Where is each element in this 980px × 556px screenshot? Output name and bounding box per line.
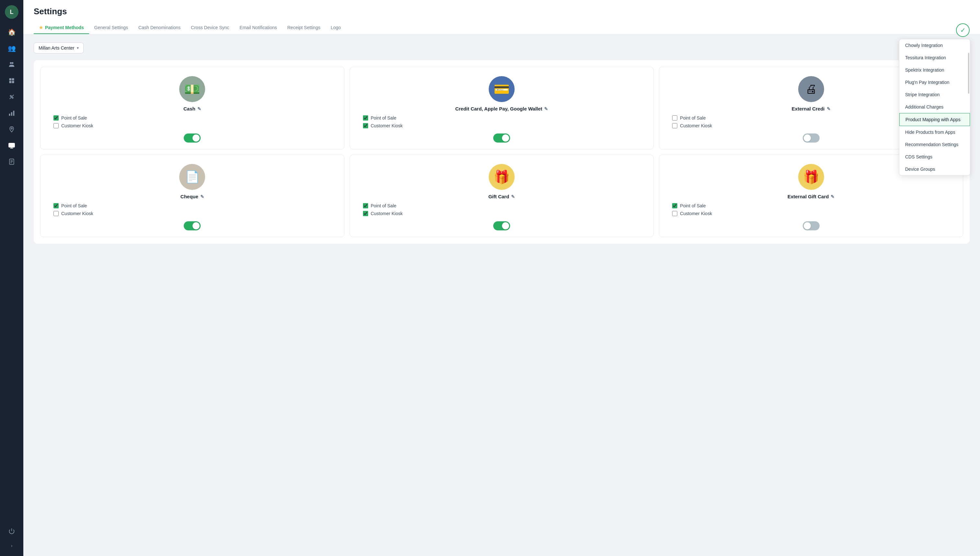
cheque-checkboxes: Point of Sale Customer Kiosk [47,203,338,216]
gift-card-edit-icon[interactable]: ✎ [511,194,515,199]
sidebar-item-users[interactable]: 👥 [5,42,18,55]
payment-card-gift-card: 🎁 Gift Card ✎ Point of Sale Customer Kio… [350,155,654,237]
tab-email-notifications[interactable]: Email Notifications [234,22,282,34]
cheque-toggle-wrap [184,221,201,230]
cash-toggle[interactable] [184,134,201,142]
avatar: L [5,5,18,19]
cheque-kiosk-checkbox-row[interactable]: Customer Kiosk [53,211,93,216]
credit-card-checkboxes: Point of Sale Customer Kiosk [356,115,647,128]
gift-card-pos-checkbox[interactable] [363,203,368,208]
tab-payment-methods[interactable]: ★ Payment Methods [34,22,89,34]
svg-rect-13 [9,143,15,147]
gift-card-toggle[interactable] [493,221,510,230]
payment-card-cheque: 📄 Cheque ✎ Point of Sale Customer Kiosk [40,155,344,237]
sidebar-item-discount[interactable] [5,90,18,104]
payment-grid: 💵 Cash ✎ Point of Sale Customer Kiosk [34,60,970,244]
dropdown-item-product-mapping[interactable]: Product Mapping with Apps [899,113,970,126]
gift-card-kiosk-checkbox-row[interactable]: Customer Kiosk [363,211,403,216]
cash-kiosk-checkbox[interactable] [53,123,59,128]
dropdown-item-plugn-pay[interactable]: Plug'n Pay Integration [899,76,970,89]
svg-rect-3 [12,78,14,81]
cash-pos-checkbox-row[interactable]: Point of Sale [53,115,87,121]
dropdown-item-device-groups[interactable]: Device Groups [899,163,970,175]
dropdown-item-recommendation-settings[interactable]: Recommendation Settings [899,138,970,151]
cash-pos-checkbox[interactable] [53,115,59,121]
credit-card-toggle-wrap [493,134,510,142]
dropdown-item-spektrix[interactable]: Spektrix Integration [899,64,970,76]
gift-card-checkboxes: Point of Sale Customer Kiosk [356,203,647,216]
external-gift-card-edit-icon[interactable]: ✎ [831,194,834,199]
external-credit-pos-checkbox[interactable] [672,115,677,121]
sidebar-item-location[interactable] [5,123,18,136]
cash-name: Cash ✎ [183,106,201,112]
gift-card-toggle-wrap [493,221,510,230]
external-gift-card-name: External Gift Card ✎ [788,194,835,199]
credit-card-icon: 💳 [489,76,514,102]
sidebar-item-team[interactable] [5,58,18,71]
sidebar-expand-button[interactable]: › [5,540,18,551]
dropdown-item-tessitura[interactable]: Tessitura Integration [899,52,970,64]
main-content: Settings ★ Payment Methods General Setti… [23,0,980,556]
cheque-pos-checkbox-row[interactable]: Point of Sale [53,203,87,208]
cheque-name: Cheque ✎ [181,194,204,199]
external-gift-card-pos-checkbox[interactable] [672,203,677,208]
svg-rect-9 [9,114,10,116]
circle-check-button[interactable]: ✓ [956,23,970,37]
credit-card-pos-checkbox[interactable] [363,115,368,121]
external-gift-card-toggle[interactable] [803,221,820,230]
cheque-kiosk-checkbox[interactable] [53,211,59,216]
svg-rect-2 [10,78,12,81]
svg-point-12 [11,128,12,129]
svg-rect-15 [10,148,13,149]
tab-cash-denominations[interactable]: Cash Denominations [133,22,186,34]
tabs-nav: ★ Payment Methods General Settings Cash … [34,22,970,34]
cheque-icon: 📄 [179,164,205,190]
tab-cross-device-sync[interactable]: Cross Device Sync [186,22,234,34]
external-credit-toggle-wrap [803,134,820,142]
payment-card-cash: 💵 Cash ✎ Point of Sale Customer Kiosk [40,67,344,149]
sidebar-item-home[interactable]: 🏠 [5,25,18,39]
gift-card-kiosk-checkbox[interactable] [363,211,368,216]
svg-point-7 [12,97,13,99]
external-credit-toggle[interactable] [803,134,820,142]
cash-toggle-wrap [184,134,201,142]
cash-checkboxes: Point of Sale Customer Kiosk [47,115,338,128]
credit-card-toggle[interactable] [493,134,510,142]
dropdown-item-hide-products[interactable]: Hide Products from Apps [899,126,970,138]
external-credit-kiosk-checkbox[interactable] [672,123,677,128]
tab-general-settings[interactable]: General Settings [89,22,133,34]
external-gift-card-checkboxes: Point of Sale Customer Kiosk [666,203,956,216]
sidebar-item-analytics[interactable] [5,106,18,120]
external-credit-pos-checkbox-row[interactable]: Point of Sale [672,115,705,121]
chevron-down-icon: ▾ [77,46,79,50]
credit-card-pos-checkbox-row[interactable]: Point of Sale [363,115,396,121]
external-gift-card-kiosk-checkbox-row[interactable]: Customer Kiosk [672,211,712,216]
cheque-pos-checkbox[interactable] [53,203,59,208]
tab-logo[interactable]: Logo [325,22,346,34]
credit-card-kiosk-checkbox-row[interactable]: Customer Kiosk [363,123,403,128]
external-credit-edit-icon[interactable]: ✎ [827,106,831,112]
external-gift-card-pos-checkbox-row[interactable]: Point of Sale [672,203,705,208]
sidebar-item-reports[interactable] [5,155,18,168]
cash-edit-icon[interactable]: ✎ [197,106,201,112]
credit-card-edit-icon[interactable]: ✎ [544,106,548,112]
dropdown-item-additional-charges[interactable]: Additional Charges [899,101,970,113]
tab-receipt-settings[interactable]: Receipt Settings [282,22,326,34]
sidebar-item-power[interactable] [5,524,18,538]
gift-card-name: Gift Card ✎ [488,194,515,199]
gift-card-pos-checkbox-row[interactable]: Point of Sale [363,203,396,208]
cash-kiosk-checkbox-row[interactable]: Customer Kiosk [53,123,93,128]
dropdown-item-stripe[interactable]: Stripe Integration [899,89,970,101]
cheque-toggle[interactable] [184,221,201,230]
sidebar-item-terminal[interactable] [5,139,18,152]
external-gift-card-kiosk-checkbox[interactable] [672,211,677,216]
credit-card-kiosk-checkbox[interactable] [363,123,368,128]
location-selector[interactable]: Millan Arts Center ▾ [34,42,84,53]
cheque-edit-icon[interactable]: ✎ [200,194,204,199]
dropdown-item-cds-settings[interactable]: CDS Settings [899,151,970,163]
external-credit-name: External Credi ✎ [792,106,831,112]
external-credit-kiosk-checkbox-row[interactable]: Customer Kiosk [672,123,712,128]
content-area: Millan Arts Center ▾ Other P 💵 Cash ✎ Po… [23,34,980,556]
dropdown-item-chowly[interactable]: Chowly Integration [899,39,970,52]
sidebar-item-grid[interactable] [5,74,18,87]
